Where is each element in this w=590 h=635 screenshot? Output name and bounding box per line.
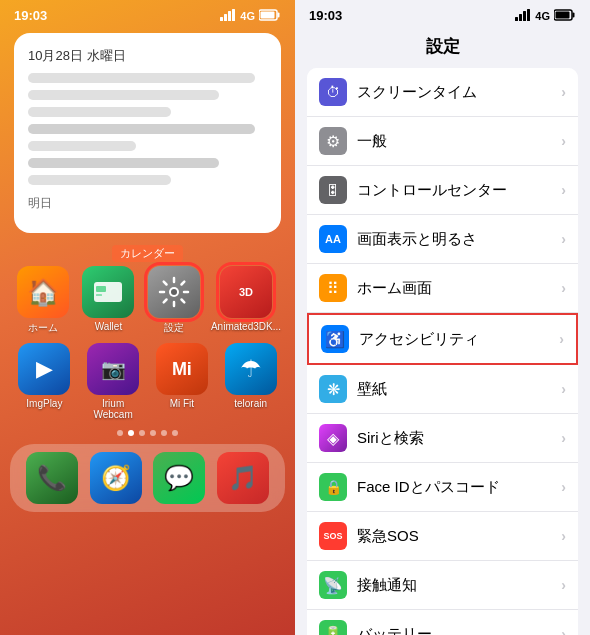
wallpaper-icon: ❋ bbox=[319, 375, 347, 403]
imgplay-app-label: ImgPlay bbox=[26, 398, 62, 409]
screen-time-icon: ⏱ bbox=[319, 78, 347, 106]
screen-time-chevron: › bbox=[561, 84, 566, 100]
phone-dock-icon[interactable]: 📞 bbox=[26, 452, 78, 504]
battery-label: バッテリー bbox=[357, 625, 561, 636]
imgplay-app-icon[interactable]: ▶ bbox=[18, 343, 70, 395]
control-center-chevron: › bbox=[561, 182, 566, 198]
dot-4 bbox=[150, 430, 156, 436]
faceid-chevron: › bbox=[561, 479, 566, 495]
dot-6 bbox=[172, 430, 178, 436]
dot-1 bbox=[117, 430, 123, 436]
siri-search-item[interactable]: ◈ Siriと検索 › bbox=[307, 414, 578, 463]
mi-app-item[interactable]: Mi Mi Fit bbox=[152, 343, 213, 420]
status-icons-left: 4G bbox=[220, 9, 281, 23]
svg-rect-0 bbox=[220, 17, 223, 21]
svg-rect-5 bbox=[278, 12, 280, 17]
animated3dk-app-item[interactable]: 3D Animated3DK... bbox=[211, 266, 281, 335]
irium-app-icon[interactable]: 📷 bbox=[87, 343, 139, 395]
battery-left bbox=[259, 9, 281, 23]
mi-app-icon[interactable]: Mi bbox=[156, 343, 208, 395]
app-grid-row1: 🏠 ホーム Wallet 設定 bbox=[0, 264, 295, 341]
battery-item[interactable]: 🔋 バッテリー › bbox=[307, 610, 578, 635]
telorain-app-label: telorain bbox=[234, 398, 267, 409]
blur-row-3 bbox=[28, 107, 171, 117]
wallet-app-item[interactable]: Wallet bbox=[80, 266, 138, 335]
emergency-sos-icon: SOS bbox=[319, 522, 347, 550]
screen-time-item[interactable]: ⏱ スクリーンタイム › bbox=[307, 68, 578, 117]
app-dock: 📞 🧭 💬 🎵 bbox=[10, 444, 285, 512]
dot-5 bbox=[161, 430, 167, 436]
irium-app-label: Irium Webcam bbox=[83, 398, 144, 420]
battery-right bbox=[554, 9, 576, 23]
accessibility-label: アクセシビリティ bbox=[359, 330, 559, 349]
left-panel: 19:03 4G 10月28日 水曜日 bbox=[0, 0, 295, 635]
animated3dk-app-icon[interactable]: 3D bbox=[220, 266, 272, 318]
wallpaper-item[interactable]: ❋ 壁紙 › bbox=[307, 365, 578, 414]
accessibility-item[interactable]: ♿ アクセシビリティ › bbox=[307, 313, 578, 365]
display-brightness-item[interactable]: AA 画面表示と明るさ › bbox=[307, 215, 578, 264]
svg-point-11 bbox=[171, 289, 177, 295]
siri-search-icon: ◈ bbox=[319, 424, 347, 452]
page-dots bbox=[0, 426, 295, 440]
status-icons-right: 4G bbox=[515, 9, 576, 23]
blur-row-5 bbox=[28, 141, 136, 151]
calendar-widget[interactable]: 10月28日 水曜日 明日 bbox=[14, 33, 281, 233]
general-item[interactable]: ⚙ 一般 › bbox=[307, 117, 578, 166]
display-brightness-label: 画面表示と明るさ bbox=[357, 230, 561, 249]
screen-time-label: スクリーンタイム bbox=[357, 83, 561, 102]
home-screen-item[interactable]: ⠿ ホーム画面 › bbox=[307, 264, 578, 313]
right-panel: 19:03 4G 設定 bbox=[295, 0, 590, 635]
calendar-content bbox=[28, 73, 267, 185]
irium-app-item[interactable]: 📷 Irium Webcam bbox=[83, 343, 144, 420]
music-dock-icon[interactable]: 🎵 bbox=[217, 452, 269, 504]
siri-search-label: Siriと検索 bbox=[357, 429, 561, 448]
battery-chevron: › bbox=[561, 626, 566, 635]
svg-rect-1 bbox=[224, 14, 227, 21]
svg-rect-2 bbox=[228, 11, 231, 21]
emergency-sos-item[interactable]: SOS 緊急SOS › bbox=[307, 512, 578, 561]
control-center-item[interactable]: 🎛 コントロールセンター › bbox=[307, 166, 578, 215]
contact-notifications-item[interactable]: 📡 接触通知 › bbox=[307, 561, 578, 610]
display-brightness-chevron: › bbox=[561, 231, 566, 247]
wallet-app-label: Wallet bbox=[95, 321, 122, 332]
svg-rect-8 bbox=[96, 286, 106, 292]
calendar-date: 10月28日 水曜日 bbox=[28, 47, 267, 65]
faceid-icon: 🔒 bbox=[319, 473, 347, 501]
settings-app-label: 設定 bbox=[164, 321, 184, 335]
home-app-label: ホーム bbox=[28, 321, 58, 335]
emergency-sos-chevron: › bbox=[561, 528, 566, 544]
faceid-passcode-item[interactable]: 🔒 Face IDとパスコード › bbox=[307, 463, 578, 512]
blur-row-4 bbox=[28, 124, 255, 134]
contact-notifications-chevron: › bbox=[561, 577, 566, 593]
settings-list[interactable]: ⏱ スクリーンタイム › ⚙ 一般 › 🎛 コントロールセンター › AA 画面… bbox=[295, 68, 590, 635]
telorain-app-item[interactable]: ☂ telorain bbox=[220, 343, 281, 420]
wallet-app-icon[interactable] bbox=[82, 266, 134, 318]
settings-section-1: ⏱ スクリーンタイム › ⚙ 一般 › 🎛 コントロールセンター › AA 画面… bbox=[307, 68, 578, 635]
telorain-app-icon[interactable]: ☂ bbox=[225, 343, 277, 395]
settings-app-item[interactable]: 設定 bbox=[145, 266, 203, 335]
svg-rect-13 bbox=[519, 14, 522, 21]
time-right: 19:03 bbox=[309, 8, 342, 23]
home-app-item[interactable]: 🏠 ホーム bbox=[14, 266, 72, 335]
blur-row-6 bbox=[28, 158, 219, 168]
safari-dock-icon[interactable]: 🧭 bbox=[90, 452, 142, 504]
siri-search-chevron: › bbox=[561, 430, 566, 446]
control-center-label: コントロールセンター bbox=[357, 181, 561, 200]
faceid-label: Face IDとパスコード bbox=[357, 478, 561, 497]
messages-dock-icon[interactable]: 💬 bbox=[153, 452, 205, 504]
blur-row-2 bbox=[28, 90, 219, 100]
settings-title: 設定 bbox=[295, 27, 590, 68]
dot-3 bbox=[139, 430, 145, 436]
home-screen-label: ホーム画面 bbox=[357, 279, 561, 298]
status-bar-right: 19:03 4G bbox=[295, 0, 590, 27]
status-bar-left: 19:03 4G bbox=[0, 0, 295, 27]
svg-rect-15 bbox=[527, 9, 530, 21]
blur-row-1 bbox=[28, 73, 255, 83]
blur-row-7 bbox=[28, 175, 171, 185]
home-app-icon[interactable]: 🏠 bbox=[17, 266, 69, 318]
dot-2 bbox=[128, 430, 134, 436]
settings-app-icon[interactable] bbox=[148, 266, 200, 318]
imgplay-app-item[interactable]: ▶ ImgPlay bbox=[14, 343, 75, 420]
app-grid-row2: ▶ ImgPlay 📷 Irium Webcam Mi Mi Fit ☂ tel… bbox=[0, 341, 295, 426]
emergency-sos-label: 緊急SOS bbox=[357, 527, 561, 546]
